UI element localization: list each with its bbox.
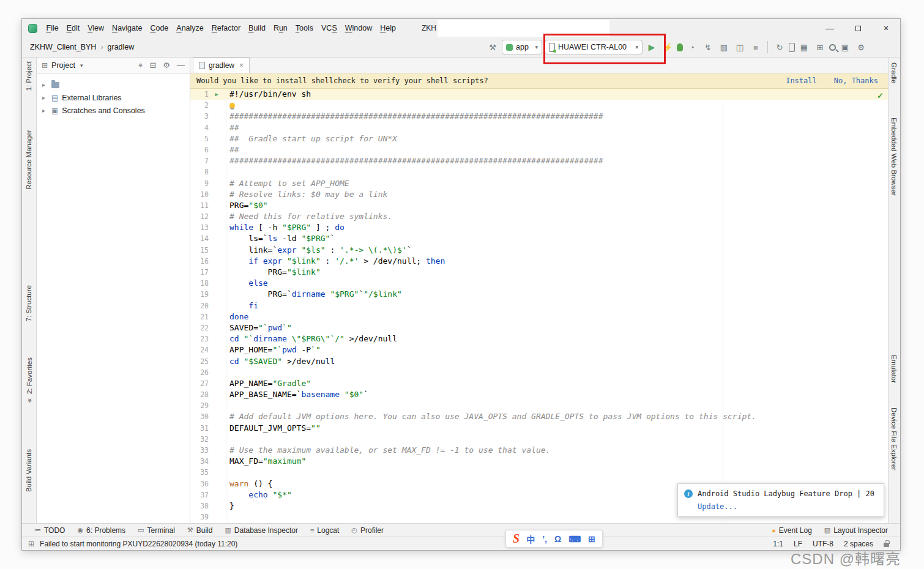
menu-help[interactable]: Help [376,24,400,32]
code-line-2[interactable]: 2 [190,100,888,111]
tool-tab-terminal[interactable]: ▭Terminal [132,524,181,537]
code-line-4[interactable]: 4## [190,122,888,133]
code-line-22[interactable]: 22SAVED="`pwd`" [190,322,888,333]
menu-vcs[interactable]: VCS [318,24,341,32]
code-line-15[interactable]: 15 link=`expr "$ls" : '.*-> \(.*\)$'` [190,245,888,256]
code-line-3[interactable]: 3#######################################… [190,111,888,122]
caret-position[interactable]: 1:1 [773,540,783,548]
code-line-21[interactable]: 21done [190,311,888,322]
tool-button-emulator[interactable]: Emulator [890,355,898,383]
code-line-32[interactable]: 32 [190,434,888,445]
breadcrumb-file[interactable]: gradlew [108,43,135,51]
tool-tab-profiler[interactable]: ◴Profiler [345,524,390,537]
code-line-13[interactable]: 13while [ -h "$PRG" ] ; do [190,222,888,233]
tool-tab-todo[interactable]: ≔TODO [28,524,71,537]
code-line-12[interactable]: 12# Need this for relative symlinks. [190,211,888,222]
code-line-19[interactable]: 19 PRG=`dirname "$PRG"`"/$link" [190,289,888,300]
code-line-6[interactable]: 6## [190,144,888,155]
tree-item-root[interactable]: ▸ [37,78,190,91]
coverage-icon[interactable]: ▨ [717,40,731,54]
tool-tab-logcat[interactable]: ≡Logcat [304,524,345,537]
menu-file[interactable]: File [42,24,62,32]
capture-icon[interactable]: ◫ [733,40,747,54]
layout-inspector-icon[interactable]: ▣ [838,40,852,54]
dismiss-link[interactable]: No, Thanks [834,76,878,85]
stop-icon[interactable]: ■ [749,40,762,54]
menu-view[interactable]: View [84,24,108,32]
menu-code[interactable]: Code [146,24,173,32]
code-line-27[interactable]: 27APP_NAME="Gradle" [190,378,888,389]
ime-toolbox[interactable]: ⊞ [588,534,595,544]
tool-button-2-favorites[interactable]: ★2: Favorites [25,357,33,407]
ime-punctuation-toggle[interactable]: ’, [542,534,547,544]
code-line-17[interactable]: 17 PRG="$link" [190,267,888,278]
code-line-24[interactable]: 24APP_HOME="`pwd -P`" [190,344,888,355]
lock-icon[interactable] [884,543,889,547]
code-line-16[interactable]: 16 if expr "$link" : '/.*' > /dev/null; … [190,256,888,267]
tool-tab-database-inspector[interactable]: ▥Database Inspector [218,524,304,537]
code-line-31[interactable]: 31DEFAULT_JVM_OPTS="" [190,423,888,434]
code-line-30[interactable]: 30# Add default JVM options here. You ca… [190,411,888,422]
tool-tab-build[interactable]: ⚒Build [181,524,219,537]
project-panel-title[interactable]: Project [51,61,75,70]
chevron-right-icon[interactable]: ▸ [42,94,48,101]
code-line-23[interactable]: 23cd "`dirname \"$PRG\"`/" >/dev/null [190,333,888,344]
settings-icon[interactable]: ⚙ [854,40,868,54]
profiler-icon[interactable]: ◔ [685,40,699,54]
menu-edit[interactable]: Edit [62,24,84,32]
maximize-button[interactable] [844,19,872,37]
menu-refactor[interactable]: Refactor [207,24,244,32]
tool-button-device-file-explorer[interactable]: Device File Explorer [890,407,898,470]
ime-keyboard[interactable]: ⌨ [568,534,581,544]
install-link[interactable]: Install [786,76,817,85]
code-line-10[interactable]: 10# Resolve links: $0 may be a link [190,189,888,200]
sync-project-icon[interactable]: ↻ [773,40,786,54]
menu-build[interactable]: Build [245,24,270,32]
breadcrumb-project[interactable]: ZKHW_Client_BYH [30,43,96,51]
debug-icon[interactable] [677,43,683,51]
code-line-33[interactable]: 33# Use the maximum available, or set MA… [190,445,888,456]
tool-button-7-structure[interactable]: 7: Structure [25,285,32,321]
tab-gradlew[interactable]: gradlew × [193,58,250,73]
chevron-right-icon[interactable]: ▸ [42,107,48,114]
code-line-5[interactable]: 5## Gradle start up script for UN*X [190,133,888,144]
locate-icon[interactable]: ⌖ [138,61,143,70]
inspections-ok-icon[interactable]: ✓ [877,91,884,100]
virtual-devices-icon[interactable]: ▦ [797,40,811,54]
tool-tab-event-log[interactable]: ●Event Log [766,524,818,537]
tree-item-scratches-and-consoles[interactable]: ▸▣Scratches and Consoles [37,104,190,117]
code-editor[interactable]: 1▶#!/usr/bin/env sh23###################… [190,89,888,523]
menu-analyze[interactable]: Analyze [173,24,207,32]
tool-button-gradle[interactable]: Gradle [890,62,898,84]
apply-changes-icon[interactable]: ⚡ [661,40,674,54]
code-line-11[interactable]: 11PRG="$0" [190,200,888,211]
code-line-28[interactable]: 28APP_BASE_NAME=`basename "$0"` [190,389,888,400]
close-tab-icon[interactable]: × [239,61,244,70]
ime-language-toggle[interactable]: 中 [526,533,535,545]
code-line-29[interactable]: 29 [190,400,888,411]
collapse-all-icon[interactable]: ⊟ [149,61,156,70]
chevron-down-icon[interactable]: ▾ [80,62,83,69]
make-project-hammer-icon[interactable]: ⚒ [486,40,499,54]
chevron-right-icon[interactable]: ▸ [42,81,48,88]
sogou-logo-icon[interactable]: S [513,532,520,546]
run-button[interactable]: ▶ [645,40,658,54]
close-button[interactable]: × [872,19,900,37]
menu-run[interactable]: Run [269,24,291,32]
search-everywhere-icon[interactable] [829,44,836,51]
code-line-26[interactable]: 26 [190,367,888,378]
tool-tab-layout-inspector[interactable]: ▧Layout Inspector [818,524,894,537]
run-script-gutter-icon[interactable]: ▶ [215,89,218,100]
menu-window[interactable]: Window [341,24,376,32]
tool-button-1-project[interactable]: 1: Project [25,61,32,91]
attach-debugger-icon[interactable]: ↯ [701,40,715,54]
code-line-1[interactable]: 1▶#!/usr/bin/env sh [190,89,888,100]
tool-button-embedded-web-browser[interactable]: Embedded Web Browser [890,117,898,196]
code-line-14[interactable]: 14 ls=`ls -ld "$PRG"` [190,233,888,244]
menu-tools[interactable]: Tools [291,24,317,32]
hide-panel-icon[interactable]: — [177,61,185,70]
code-line-25[interactable]: 25cd "$SAVED" >/dev/null [190,356,888,367]
ime-symbols[interactable]: Ω [554,534,561,544]
menu-navigate[interactable]: Navigate [108,24,146,32]
settings-icon[interactable]: ⚙ [163,61,170,70]
